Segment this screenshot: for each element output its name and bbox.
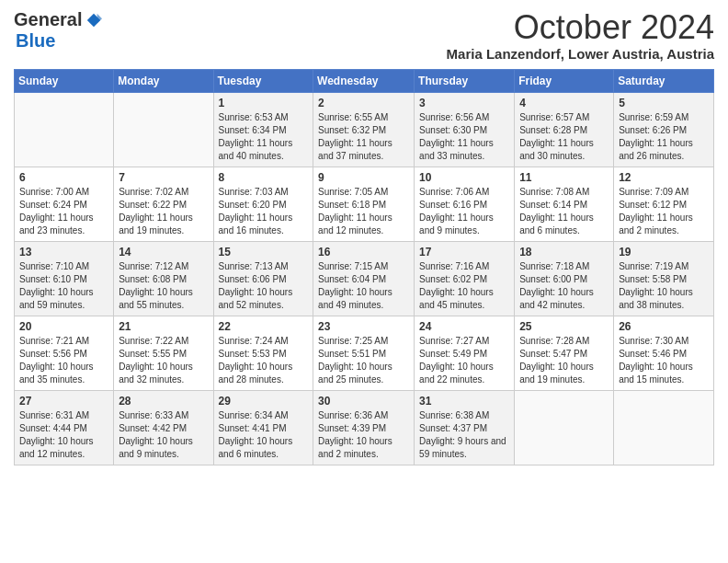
day-info-11: Sunrise: 7:08 AMSunset: 6:14 PMDaylight:… xyxy=(519,186,609,237)
calendar-header-row: Sunday Monday Tuesday Wednesday Thursday… xyxy=(15,69,714,92)
calendar-cell-1-5: 11Sunrise: 7:08 AMSunset: 6:14 PMDayligh… xyxy=(515,167,614,241)
calendar-cell-2-3: 16Sunrise: 7:15 AMSunset: 6:04 PMDayligh… xyxy=(313,241,415,316)
calendar-cell-1-2: 8Sunrise: 7:03 AMSunset: 6:20 PMDaylight… xyxy=(213,167,313,241)
calendar-cell-2-6: 19Sunrise: 7:19 AMSunset: 5:58 PMDayligh… xyxy=(614,241,714,316)
header-wednesday: Wednesday xyxy=(313,69,415,92)
day-number-25: 25 xyxy=(519,320,609,333)
calendar-cell-3-3: 23Sunrise: 7:25 AMSunset: 5:51 PMDayligh… xyxy=(313,316,415,390)
calendar-cell-0-4: 3Sunrise: 6:56 AMSunset: 6:30 PMDaylight… xyxy=(415,92,515,167)
day-number-29: 29 xyxy=(219,395,309,408)
day-number-7: 7 xyxy=(119,171,208,184)
day-number-2: 2 xyxy=(318,97,409,109)
calendar-cell-4-4: 31Sunrise: 6:38 AMSunset: 4:37 PMDayligh… xyxy=(415,390,515,465)
day-info-4: Sunrise: 6:57 AMSunset: 6:28 PMDaylight:… xyxy=(519,111,609,163)
calendar-cell-3-5: 25Sunrise: 7:28 AMSunset: 5:47 PMDayligh… xyxy=(515,316,614,390)
day-number-3: 3 xyxy=(419,97,509,109)
day-number-30: 30 xyxy=(318,395,409,408)
day-info-13: Sunrise: 7:10 AMSunset: 6:10 PMDaylight:… xyxy=(19,260,108,312)
day-number-26: 26 xyxy=(619,320,709,333)
calendar-cell-0-2: 1Sunrise: 6:53 AMSunset: 6:34 PMDaylight… xyxy=(213,92,313,167)
day-info-21: Sunrise: 7:22 AMSunset: 5:55 PMDaylight:… xyxy=(119,335,208,386)
day-info-7: Sunrise: 7:02 AMSunset: 6:22 PMDaylight:… xyxy=(119,186,208,237)
day-info-18: Sunrise: 7:18 AMSunset: 6:00 PMDaylight:… xyxy=(519,260,609,312)
day-info-15: Sunrise: 7:13 AMSunset: 6:06 PMDaylight:… xyxy=(219,260,309,312)
calendar-cell-3-1: 21Sunrise: 7:22 AMSunset: 5:55 PMDayligh… xyxy=(114,316,213,390)
day-number-4: 4 xyxy=(519,97,609,109)
calendar-cell-2-4: 17Sunrise: 7:16 AMSunset: 6:02 PMDayligh… xyxy=(415,241,515,316)
day-number-1: 1 xyxy=(219,97,309,109)
calendar-cell-1-0: 6Sunrise: 7:00 AMSunset: 6:24 PMDaylight… xyxy=(15,167,114,241)
calendar-cell-3-2: 22Sunrise: 7:24 AMSunset: 5:53 PMDayligh… xyxy=(213,316,313,390)
day-info-1: Sunrise: 6:53 AMSunset: 6:34 PMDaylight:… xyxy=(219,111,309,163)
day-info-20: Sunrise: 7:21 AMSunset: 5:56 PMDaylight:… xyxy=(19,335,108,386)
calendar-cell-0-1 xyxy=(114,92,213,167)
calendar-table: Sunday Monday Tuesday Wednesday Thursday… xyxy=(14,69,714,465)
day-info-17: Sunrise: 7:16 AMSunset: 6:02 PMDaylight:… xyxy=(419,260,509,312)
day-number-13: 13 xyxy=(19,246,108,259)
day-info-24: Sunrise: 7:27 AMSunset: 5:49 PMDaylight:… xyxy=(419,335,509,386)
calendar-cell-2-5: 18Sunrise: 7:18 AMSunset: 6:00 PMDayligh… xyxy=(515,241,614,316)
week-row-4: 27Sunrise: 6:31 AMSunset: 4:44 PMDayligh… xyxy=(15,390,714,465)
day-info-28: Sunrise: 6:33 AMSunset: 4:42 PMDaylight:… xyxy=(119,409,208,461)
calendar-cell-4-0: 27Sunrise: 6:31 AMSunset: 4:44 PMDayligh… xyxy=(15,390,114,465)
day-number-11: 11 xyxy=(519,171,609,184)
day-info-12: Sunrise: 7:09 AMSunset: 6:12 PMDaylight:… xyxy=(619,186,709,237)
day-info-27: Sunrise: 6:31 AMSunset: 4:44 PMDaylight:… xyxy=(19,409,108,461)
calendar-cell-1-6: 12Sunrise: 7:09 AMSunset: 6:12 PMDayligh… xyxy=(614,167,714,241)
header-tuesday: Tuesday xyxy=(213,69,313,92)
day-number-8: 8 xyxy=(219,171,309,184)
day-number-16: 16 xyxy=(318,246,409,259)
day-info-26: Sunrise: 7:30 AMSunset: 5:46 PMDaylight:… xyxy=(619,335,709,386)
day-info-31: Sunrise: 6:38 AMSunset: 4:37 PMDaylight:… xyxy=(419,409,509,461)
day-number-19: 19 xyxy=(619,246,709,259)
day-number-12: 12 xyxy=(619,171,709,184)
logo-general-text: General xyxy=(14,9,82,30)
calendar-cell-3-4: 24Sunrise: 7:27 AMSunset: 5:49 PMDayligh… xyxy=(415,316,515,390)
header-monday: Monday xyxy=(114,69,213,92)
day-number-31: 31 xyxy=(419,395,509,408)
day-number-23: 23 xyxy=(318,320,409,333)
day-info-8: Sunrise: 7:03 AMSunset: 6:20 PMDaylight:… xyxy=(219,186,309,237)
day-info-29: Sunrise: 6:34 AMSunset: 4:41 PMDaylight:… xyxy=(219,409,309,461)
day-info-19: Sunrise: 7:19 AMSunset: 5:58 PMDaylight:… xyxy=(619,260,709,312)
day-info-23: Sunrise: 7:25 AMSunset: 5:51 PMDaylight:… xyxy=(318,335,409,386)
calendar-cell-1-4: 10Sunrise: 7:06 AMSunset: 6:16 PMDayligh… xyxy=(415,167,515,241)
logo: General Blue xyxy=(14,9,102,52)
location-title: Maria Lanzendorf, Lower Austria, Austria xyxy=(447,46,714,62)
day-number-6: 6 xyxy=(19,171,108,184)
day-info-9: Sunrise: 7:05 AMSunset: 6:18 PMDaylight:… xyxy=(318,186,409,237)
month-title: October 2024 xyxy=(447,9,714,46)
day-info-16: Sunrise: 7:15 AMSunset: 6:04 PMDaylight:… xyxy=(318,260,409,312)
day-info-3: Sunrise: 6:56 AMSunset: 6:30 PMDaylight:… xyxy=(419,111,509,163)
week-row-0: 1Sunrise: 6:53 AMSunset: 6:34 PMDaylight… xyxy=(15,92,714,167)
header-thursday: Thursday xyxy=(415,69,515,92)
day-number-27: 27 xyxy=(19,395,108,408)
day-info-22: Sunrise: 7:24 AMSunset: 5:53 PMDaylight:… xyxy=(219,335,309,386)
calendar-cell-4-2: 29Sunrise: 6:34 AMSunset: 4:41 PMDayligh… xyxy=(213,390,313,465)
header-saturday: Saturday xyxy=(614,69,714,92)
day-info-30: Sunrise: 6:36 AMSunset: 4:39 PMDaylight:… xyxy=(318,409,409,461)
header-friday: Friday xyxy=(515,69,614,92)
day-info-2: Sunrise: 6:55 AMSunset: 6:32 PMDaylight:… xyxy=(318,111,409,163)
day-info-14: Sunrise: 7:12 AMSunset: 6:08 PMDaylight:… xyxy=(119,260,208,312)
calendar-cell-2-0: 13Sunrise: 7:10 AMSunset: 6:10 PMDayligh… xyxy=(15,241,114,316)
day-number-18: 18 xyxy=(519,246,609,259)
day-number-21: 21 xyxy=(119,320,208,333)
calendar-cell-1-3: 9Sunrise: 7:05 AMSunset: 6:18 PMDaylight… xyxy=(313,167,415,241)
calendar-cell-0-0 xyxy=(15,92,114,167)
calendar-cell-0-6: 5Sunrise: 6:59 AMSunset: 6:26 PMDaylight… xyxy=(614,92,714,167)
calendar-cell-4-6 xyxy=(614,390,714,465)
day-number-17: 17 xyxy=(419,246,509,259)
header-sunday: Sunday xyxy=(15,69,114,92)
calendar-cell-4-5 xyxy=(515,390,614,465)
calendar-cell-0-3: 2Sunrise: 6:55 AMSunset: 6:32 PMDaylight… xyxy=(313,92,415,167)
day-number-28: 28 xyxy=(119,395,208,408)
day-info-25: Sunrise: 7:28 AMSunset: 5:47 PMDaylight:… xyxy=(519,335,609,386)
title-block: October 2024 Maria Lanzendorf, Lower Aus… xyxy=(447,9,714,62)
page: General Blue October 2024 Maria Lanzendo… xyxy=(0,0,728,475)
day-number-10: 10 xyxy=(419,171,509,184)
day-number-5: 5 xyxy=(619,97,709,109)
calendar-cell-4-3: 30Sunrise: 6:36 AMSunset: 4:39 PMDayligh… xyxy=(313,390,415,465)
calendar-cell-2-1: 14Sunrise: 7:12 AMSunset: 6:08 PMDayligh… xyxy=(114,241,213,316)
calendar-cell-3-6: 26Sunrise: 7:30 AMSunset: 5:46 PMDayligh… xyxy=(614,316,714,390)
